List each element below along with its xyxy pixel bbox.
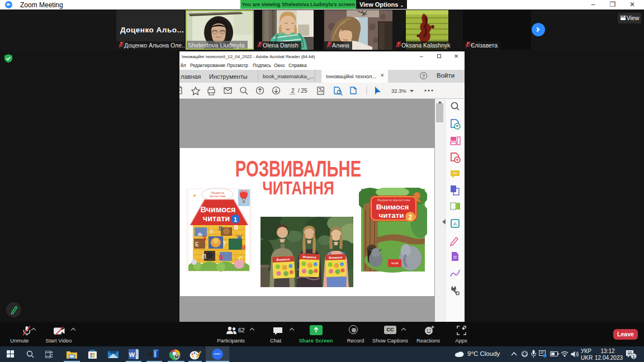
svg-text:W: W xyxy=(129,351,135,358)
svg-text:A: A xyxy=(453,221,457,227)
svg-text:У: У xyxy=(223,240,227,246)
svg-text:32.3%: 32.3% xyxy=(391,88,406,94)
svg-text:Людмила Шелестова: Людмила Шелестова xyxy=(377,198,410,202)
svg-text:Вчимося: Вчимося xyxy=(303,255,316,259)
svg-text:читати: читати xyxy=(378,211,404,220)
svg-text:В: В xyxy=(219,226,222,232)
svg-text:В: В xyxy=(234,225,238,231)
svg-text:/ 25: / 25 xyxy=(298,88,307,94)
svg-text:читай: читай xyxy=(391,261,398,265)
svg-text:Л: Л xyxy=(202,253,206,260)
svg-text:читати: читати xyxy=(203,214,230,223)
svg-text:Я: Я xyxy=(219,254,223,261)
svg-text:М: М xyxy=(241,245,245,251)
svg-text:Шелестова: Шелестова xyxy=(210,194,226,198)
svg-text:1: 1 xyxy=(234,216,237,223)
svg-text:Вчимося: Вчимося xyxy=(276,258,290,261)
svg-text:Вчимося: Вчимося xyxy=(329,255,342,259)
svg-text:З: З xyxy=(202,234,206,242)
svg-text:Вчимося: Вчимося xyxy=(376,203,409,211)
svg-text:Вчимося: Вчимося xyxy=(201,205,236,214)
svg-text:2: 2 xyxy=(291,88,295,94)
svg-text:Ж: Ж xyxy=(236,234,242,241)
svg-text:2: 2 xyxy=(409,213,413,221)
svg-text:Е: Е xyxy=(195,241,199,247)
svg-text:В: В xyxy=(210,228,214,234)
